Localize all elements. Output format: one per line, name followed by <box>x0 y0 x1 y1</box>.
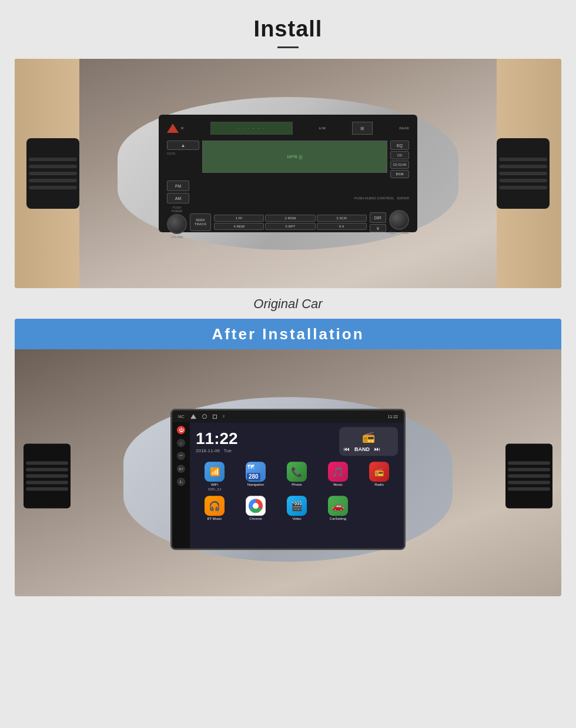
android-clock: 11:22 <box>196 429 238 448</box>
app-bt-music[interactable]: 🎧 BT Music <box>196 496 233 520</box>
prev-track-icon[interactable]: ⏮ <box>344 446 350 452</box>
title-underline <box>277 46 299 48</box>
radio-widget[interactable]: 📻 ⏮ BAND ⏭ <box>339 427 398 456</box>
android-content: ⏻ ⌂ ↩ 4+ 4- <box>172 422 404 548</box>
dash-surround: R · · · · · · H M ⊞ REAR ▲ <box>118 97 458 250</box>
apps-grid-row2: 🎧 BT Music C <box>190 495 404 524</box>
android-screen[interactable]: MC ≡ 11:22 ⏻ <box>170 409 406 550</box>
home-icon[interactable] <box>202 414 207 419</box>
original-car-label: Original Car <box>253 296 322 312</box>
app-phone[interactable]: 📞 Phone <box>278 462 316 491</box>
android-sidebar: ⏻ ⌂ ↩ 4+ 4- <box>172 422 190 548</box>
vent-right <box>497 138 550 209</box>
sidebar-power[interactable]: ⏻ <box>177 426 185 434</box>
after-dash-surround: MC ≡ 11:22 ⏻ <box>123 397 453 562</box>
after-car-container: MC ≡ 11:22 ⏻ <box>15 349 561 596</box>
radio-unit: R · · · · · · H M ⊞ REAR ▲ <box>159 115 417 232</box>
original-car-image: R · · · · · · H M ⊞ REAR ▲ <box>15 59 561 288</box>
seicane-watermark: Seicane <box>259 572 318 587</box>
status-time: 11:22 <box>387 415 398 419</box>
after-vent-left <box>24 444 71 509</box>
clock-row: 11:22 2018-11-06 Tue 📻 ⏮ BAND <box>190 422 404 458</box>
apps-grid-row1: 📶 WiFi SRD_SJ 🗺 280 <box>190 458 404 495</box>
after-header-text: After Installation <box>212 325 364 343</box>
app-carsetting[interactable]: 🚗 CarSetting <box>319 496 357 520</box>
sidebar-vol-up[interactable]: 4+ <box>177 465 185 473</box>
app-radio[interactable]: 📻 Radio <box>360 462 398 491</box>
sidebar-home[interactable]: ⌂ <box>177 439 185 447</box>
app-chrome[interactable]: Chrome <box>237 496 274 520</box>
android-nav-icons: MC ≡ <box>178 414 225 419</box>
app-wifi[interactable]: 📶 WiFi SRD_SJ <box>196 462 233 491</box>
after-header: After Installation <box>15 319 561 349</box>
after-installation-section: After Installation MC <box>15 319 561 596</box>
app-video[interactable]: 🎬 Video <box>278 496 316 520</box>
band-label: BAND <box>354 446 370 452</box>
android-status-bar: MC ≡ 11:22 <box>172 410 404 422</box>
radio-wave-icon: 📻 <box>344 430 393 443</box>
recents-icon[interactable] <box>213 415 217 419</box>
app-music[interactable]: 🎵 Music <box>319 462 357 491</box>
back-icon[interactable] <box>190 414 196 419</box>
android-clock-date: 2018-11-06 Tue <box>196 448 238 453</box>
android-main: 11:22 2018-11-06 Tue 📻 ⏮ BAND <box>190 422 404 548</box>
app-navigation[interactable]: 🗺 280 Navigation <box>237 462 274 491</box>
sidebar-vol-down[interactable]: 4- <box>177 477 185 486</box>
page-title: Install <box>254 16 323 42</box>
sidebar-back[interactable]: ↩ <box>177 452 185 460</box>
next-track-icon[interactable]: ⏭ <box>374 446 380 452</box>
after-vent-right <box>505 444 552 509</box>
vent-left <box>26 138 79 209</box>
